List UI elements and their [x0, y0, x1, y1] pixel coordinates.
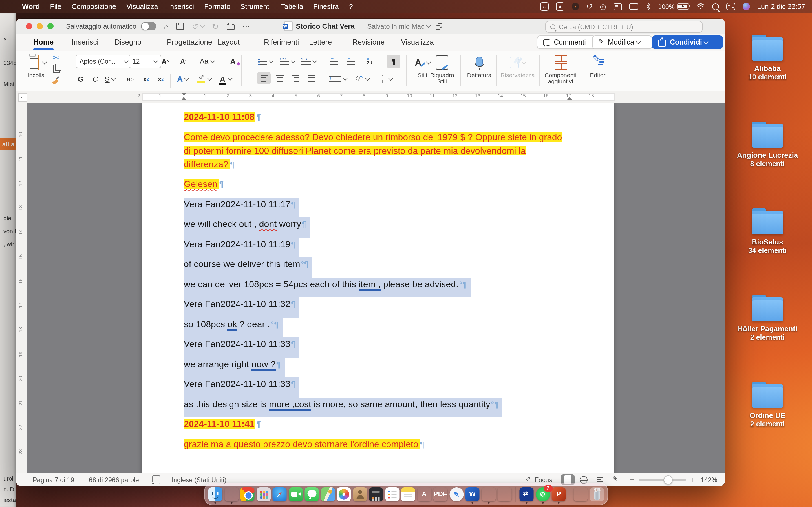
proofing-status-icon[interactable]	[153, 475, 160, 484]
tab-revisione[interactable]: Revisione	[352, 34, 385, 49]
line-spacing-button[interactable]	[329, 72, 347, 86]
dock-app-finder[interactable]	[208, 487, 222, 501]
font-size-select[interactable]: 12	[129, 55, 161, 68]
menu-visualizza[interactable]: Visualizza	[121, 3, 163, 10]
dock-app-app-store[interactable]: A	[417, 487, 432, 501]
increase-indent-button[interactable]	[347, 55, 355, 68]
tab-inserisci[interactable]: Inserisci	[71, 34, 98, 49]
paragraph[interactable]: Vera Fan2024-11-10 11:32¶	[184, 297, 299, 318]
paragraph[interactable]: Vera Fan2024-11-10 11:33¶	[184, 337, 299, 357]
dock-app-notes[interactable]	[401, 487, 415, 501]
document-canvas[interactable]: 2024-11-10 11:08¶Come devo procedere ade…	[16, 103, 725, 473]
superscript-button[interactable]: x2	[154, 72, 167, 86]
dock-app-powerpoint[interactable]: P	[552, 487, 566, 501]
menu-composizione[interactable]: Composizione	[66, 3, 121, 10]
paragraph[interactable]: Gelesen¶	[184, 177, 223, 191]
tab-visualizza[interactable]: Visualizza	[401, 34, 434, 49]
paragraph[interactable]: of course we deliver this item°¶	[184, 258, 313, 277]
hanging-indent-marker[interactable]	[182, 97, 186, 100]
shrink-font-button[interactable]: Aˇ	[176, 55, 191, 68]
zoom-slider-thumb[interactable]	[664, 475, 673, 485]
menu-?[interactable]: ?	[344, 3, 358, 10]
desktop-folder-h-ller-pagamenti[interactable]: Höller Pagamenti2 elementi	[733, 295, 801, 341]
dock-app-system-settings[interactable]	[224, 487, 239, 501]
bluetooth-icon[interactable]	[646, 3, 651, 10]
decrease-indent-button[interactable]	[331, 55, 338, 68]
anydesk-icon[interactable]: ▲	[556, 2, 564, 11]
paragraph[interactable]: Come devo procedere adesso? Devo chieder…	[184, 130, 562, 171]
minimize-button[interactable]	[37, 23, 43, 29]
addins-button[interactable]: Componenti aggiuntivi	[543, 53, 578, 89]
desktop-folder-biosalus[interactable]: BioSalus34 elementi	[733, 209, 801, 255]
zoom-percent[interactable]: 142%	[701, 476, 717, 483]
tab-lettere[interactable]: Lettere	[309, 34, 332, 49]
draft-view-button[interactable]	[609, 474, 622, 485]
dock-app-whatsapp[interactable]: ✆7	[536, 487, 550, 501]
control-center-icon[interactable]	[726, 3, 735, 10]
paragraph[interactable]: we can deliver 108pcs = 54pcs each of th…	[184, 277, 471, 297]
dock-app-launchpad[interactable]	[257, 487, 271, 501]
italic-button[interactable]: C	[89, 72, 101, 86]
underline-button[interactable]: S	[104, 72, 116, 86]
focus-button[interactable]: Focus	[535, 476, 552, 483]
presence-icon[interactable]	[436, 23, 442, 30]
menu-strumenti[interactable]: Strumenti	[236, 3, 276, 10]
menu-inserisci[interactable]: Inserisci	[163, 3, 199, 10]
dock-app-maps[interactable]	[321, 487, 335, 501]
vertical-ruler[interactable]: 101112131415161718192021222324	[16, 103, 27, 473]
wifi-icon[interactable]	[696, 3, 705, 10]
edit-mode-button[interactable]: Modifica	[592, 36, 652, 49]
paragraph[interactable]: Vera Fan2024-11-10 11:17¶	[184, 198, 299, 217]
tab-riferimenti[interactable]: Riferimenti	[264, 34, 299, 49]
dock-app-teamviewer[interactable]	[520, 487, 534, 501]
zoom-in-button[interactable]: +	[691, 475, 695, 484]
title-chevron-icon[interactable]	[426, 23, 431, 28]
updater-icon[interactable]: ›	[572, 3, 579, 10]
justify-button[interactable]	[305, 72, 318, 84]
align-right-button[interactable]	[289, 72, 302, 84]
numbering-button[interactable]	[280, 55, 295, 68]
document-page[interactable]: 2024-11-10 11:08¶Come devo procedere ade…	[142, 103, 613, 473]
time-machine-icon[interactable]: ↺	[587, 2, 593, 11]
background-app-window[interactable]: ×0348Miei Mall adievon E, wirurolin. Die…	[0, 13, 16, 507]
paragraph[interactable]: as this design size is more ,cost is mor…	[184, 397, 503, 417]
comments-button[interactable]: Commenti	[537, 36, 596, 49]
document-title[interactable]: Storico Chat Vera	[296, 22, 354, 30]
grow-font-button[interactable]: A^	[158, 55, 172, 68]
menu-bar-clock[interactable]: Lun 2 dic 22:57	[757, 3, 805, 10]
save-icon[interactable]	[176, 22, 184, 30]
zoom-out-button[interactable]: −	[630, 475, 635, 484]
align-left-button[interactable]	[257, 72, 271, 84]
text-effects-button[interactable]: A	[177, 72, 188, 86]
borders-button[interactable]	[378, 72, 393, 86]
tab-disegno[interactable]: Disegno	[114, 34, 141, 49]
styles-pane-button[interactable]: Riquadro Stili	[427, 53, 457, 89]
strikethrough-button[interactable]: ab	[124, 72, 137, 86]
dock-app-facetime[interactable]	[289, 487, 303, 501]
dock-app-safari[interactable]	[273, 487, 287, 501]
subscript-button[interactable]: x2	[140, 72, 152, 86]
desktop-folder-angione-lucrezia[interactable]: Angione Lucrezia8 elementi	[733, 122, 801, 168]
share-button[interactable]: Condividi	[652, 36, 723, 49]
window-titlebar[interactable]: Salvataggio automatico ⌂ ↺ ↻ ⋯ Storico C…	[16, 18, 725, 34]
dock-app-recents-stack[interactable]	[574, 487, 588, 501]
redo-icon[interactable]: ↻	[212, 22, 218, 31]
font-color-button[interactable]: A	[220, 72, 232, 86]
right-indent-marker[interactable]	[567, 97, 572, 100]
teamviewer-icon[interactable]: ↔	[540, 2, 549, 11]
tab-progettazione[interactable]: Progettazione	[167, 34, 212, 49]
word-count[interactable]: 68 di 2966 parole	[89, 476, 139, 483]
copy-button[interactable]	[53, 65, 60, 73]
more-toolbar-icon[interactable]: ⋯	[242, 22, 250, 31]
editor-button[interactable]: Editor	[585, 53, 610, 89]
dock-app-reminders[interactable]	[385, 487, 399, 501]
undo-icon[interactable]: ↺	[192, 22, 204, 31]
font-name-select[interactable]: Aptos (Cor...	[75, 55, 132, 68]
battery-icon[interactable]: 100%	[658, 3, 689, 10]
change-case-button[interactable]: Aa	[197, 55, 216, 68]
dock-app-media-app[interactable]	[481, 487, 496, 501]
desktop-folder-alibaba[interactable]: Alibaba10 elementi	[733, 35, 801, 81]
siri-icon[interactable]	[742, 3, 750, 10]
dock-app-contacts[interactable]	[353, 487, 367, 501]
document-text[interactable]: 2024-11-10 11:08¶Come devo procedere ade…	[184, 110, 575, 457]
